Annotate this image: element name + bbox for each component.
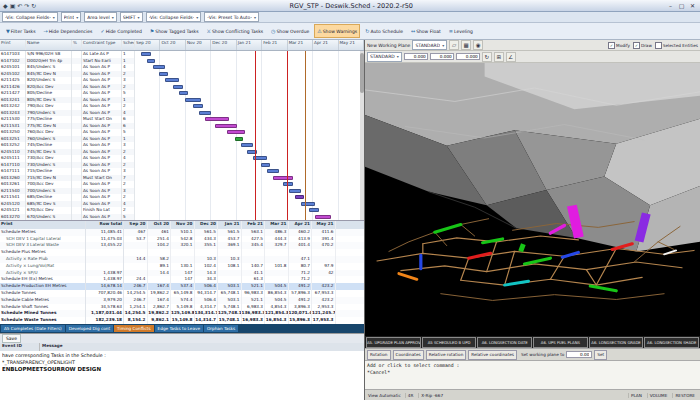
- legend-button-a5-upgrade-plan-approval[interactable]: A5. UPGRADE PLAN APPROVAL: [366, 337, 421, 348]
- legend-button-a6-longsection-grade[interactable]: A6. LONGSECTION GRADE: [589, 337, 644, 348]
- status-tab-orphan-tasks[interactable]: Orphan Tasks: [204, 325, 238, 332]
- minimize-button[interactable]: –: [665, 2, 676, 9]
- summary-row[interactable]: Schedule Mined Tonnes1,187,031.4414,254.…: [0, 310, 364, 317]
- toolbar-combo[interactable]: Area level▾: [84, 12, 117, 22]
- checkbox-draw[interactable]: ✓Draw: [633, 42, 652, 49]
- coordinate-field-0[interactable]: [404, 53, 428, 60]
- gantt-bar[interactable]: [309, 208, 319, 212]
- save-icon[interactable]: ▣: [10, 2, 16, 9]
- checkbox-modify[interactable]: ✓Modify: [608, 42, 630, 49]
- ribbon-show-warnings[interactable]: ⚠Show Warnings: [314, 24, 360, 38]
- ribbon-auto-schedule[interactable]: ↻Auto Schedule: [362, 24, 406, 38]
- gantt-bar[interactable]: [227, 130, 245, 134]
- bottombar-relative-rotation[interactable]: Relative rotation: [426, 350, 467, 360]
- ribbon-show-float[interactable]: ↔Show Float: [408, 24, 444, 38]
- zoom-extents-icon[interactable]: ⊞: [494, 52, 504, 62]
- gantt-bar[interactable]: [315, 215, 331, 219]
- summary-row[interactable]: Activity × Rate Plub14.458.210.310.347.1: [0, 256, 364, 263]
- working-plane-combo[interactable]: STANDARD ▾: [412, 40, 447, 50]
- redo-icon[interactable]: ↷: [24, 2, 29, 9]
- app-icon[interactable]: ◆: [3, 2, 8, 9]
- legend-button-a6-ups-fuel-plans[interactable]: A6. UPS FUEL PLANS: [533, 337, 588, 348]
- toolbar-combo[interactable]: -Vis: Preset To Auto-▾: [204, 12, 259, 22]
- save-button[interactable]: Save: [2, 334, 21, 343]
- summary-row[interactable]: SCH DEV 3 Lateral Waste13,455.22104.2320…: [0, 242, 364, 249]
- col-header-constraint[interactable]: Constraint type: [82, 40, 122, 50]
- ribbon-show-tagged-tasks[interactable]: ⚑Show Tagged Tasks: [147, 24, 202, 38]
- toolbar-combo[interactable]: -Vis: Collapse Fields-▾: [146, 12, 202, 22]
- bottombar-coordinates[interactable]: Coordinates: [393, 350, 424, 360]
- gantt-bar[interactable]: [283, 182, 293, 186]
- summary-row[interactable]: Schedule Tonnes707,820.4614,254.519,862.…: [0, 290, 364, 297]
- status-tab-edge-tasks-to-leave[interactable]: Edge Tasks to Leave: [155, 325, 203, 332]
- legend-button-a6-longsection-shade[interactable]: A6. LONGSECTION SHADE: [644, 337, 699, 348]
- gantt-bar[interactable]: [301, 202, 315, 206]
- summary-row[interactable]: Schedule Waste Tonnes182,239.188,154.29,…: [0, 317, 364, 324]
- checkbox-selected-entities[interactable]: Selected Entities: [655, 42, 698, 49]
- gantt-bar[interactable]: [267, 169, 279, 173]
- cad-console[interactable]: Add or click to select command :*Cancel*: [365, 360, 700, 389]
- summary-row[interactable]: Schedule EH (Ex) Metres1,438.9724.414734…: [0, 276, 364, 283]
- measure-icon[interactable]: ∠: [506, 52, 516, 62]
- gantt-bar[interactable]: [295, 195, 304, 199]
- coordinate-field-2[interactable]: [456, 53, 480, 60]
- status-toggle-volume[interactable]: VOLUME: [647, 393, 670, 398]
- ribbon-hide-dependencies[interactable]: ⇢Hide Dependencies: [41, 24, 96, 38]
- gantt-bar[interactable]: [205, 117, 229, 121]
- status-tab-developed-dig-cont[interactable]: Developed Dig cont: [66, 325, 113, 332]
- legend-button-a6-longsection-date[interactable]: A6. LONGSECTION DATE: [477, 337, 532, 348]
- ribbon-show-conflicting-tasks[interactable]: ⚔Show Conflicting Tasks: [204, 24, 267, 38]
- summary-row[interactable]: Activity × SP/U1,438.9714.414714.341.171…: [0, 270, 364, 277]
- legend-button-a5-scheduled-b-upd[interactable]: A5 SCHEDULED B UPD: [422, 337, 477, 348]
- bottombar-rotation[interactable]: Rotation: [367, 350, 391, 360]
- set-button[interactable]: Set: [594, 350, 607, 360]
- summary-row[interactable]: Schedule Metres11,485.41467461510.1561.5…: [0, 229, 364, 236]
- grid-icon[interactable]: ▦: [461, 40, 471, 50]
- vertical-scrollbar[interactable]: [360, 51, 364, 220]
- gantt-bar[interactable]: [241, 143, 253, 147]
- gantt-bar[interactable]: [173, 85, 183, 89]
- gantt-bar[interactable]: [153, 65, 165, 69]
- ribbon-show-overdue[interactable]: ◷Show Overdue: [268, 24, 312, 38]
- ribbon-leveling[interactable]: ≡Leveling: [446, 24, 476, 38]
- undo-icon[interactable]: ↶: [17, 2, 22, 9]
- summary-row[interactable]: SCH DEV 1 Capital Lateral11,475.0353.725…: [0, 236, 364, 243]
- working-plane-input[interactable]: [566, 351, 592, 358]
- status-toggle-restore[interactable]: RESTORE: [672, 393, 697, 398]
- gantt-bar[interactable]: [215, 124, 237, 128]
- gantt-canvas[interactable]: [135, 51, 360, 220]
- gantt-bar[interactable]: [261, 163, 270, 167]
- rotate-view-icon[interactable]: ↻: [482, 52, 492, 62]
- summary-row[interactable]: Activity × Lung/Vol/Rat89.1130.1102.4108…: [0, 263, 364, 270]
- ribbon-hide-completed[interactable]: ✓Hide Completed: [97, 24, 144, 38]
- gantt-bar[interactable]: [165, 78, 179, 82]
- ribbon-filter-tasks[interactable]: ▼Filter Tasks: [3, 24, 39, 38]
- maximize-button[interactable]: ▢: [676, 2, 687, 9]
- snap-icon[interactable]: ◉: [473, 40, 483, 50]
- view-plane-combo[interactable]: STANDARD ▾: [367, 52, 402, 62]
- status-toggle-plan[interactable]: PLAN: [628, 393, 644, 398]
- summary-row[interactable]: Schedule Cable Metres3,979.20246.7167.45…: [0, 297, 364, 304]
- col-header-print[interactable]: Print: [0, 40, 26, 50]
- new-plane-icon[interactable]: ▱: [449, 40, 459, 50]
- summary-row[interactable]: Schedule Shaft Tonnes34,578.631,254.12,8…: [0, 304, 364, 311]
- gantt-bar[interactable]: [193, 104, 203, 108]
- status-tab-a5-completes-date-filters[interactable]: A5 Completes (Date Filters): [1, 325, 65, 332]
- toolbar-combo[interactable]: SHIFT▾: [120, 12, 143, 22]
- scrollbar-thumb[interactable]: [360, 53, 364, 93]
- gantt-bar[interactable]: [141, 52, 151, 56]
- gantt-bar[interactable]: [185, 98, 201, 102]
- col-header-sched[interactable]: Sched: [122, 40, 135, 50]
- col-header-pct[interactable]: %: [72, 40, 82, 50]
- toolbar-combo[interactable]: -Vis: Collapse Fields-▾: [2, 12, 58, 22]
- col-header-name[interactable]: Name: [26, 40, 72, 50]
- summary-row[interactable]: Schedule Production EH Metres14,678.1424…: [0, 283, 364, 290]
- gantt-bar[interactable]: [159, 72, 168, 76]
- toolbar-combo[interactable]: Print▾: [61, 12, 81, 22]
- gantt-bar[interactable]: [199, 111, 211, 115]
- gantt-bar[interactable]: [289, 189, 301, 193]
- coordinate-field-1[interactable]: [430, 53, 454, 60]
- summary-row[interactable]: Schedule Plus Metres: [0, 249, 364, 256]
- gantt-bar[interactable]: [235, 137, 243, 141]
- viewport-3d[interactable]: [365, 63, 700, 336]
